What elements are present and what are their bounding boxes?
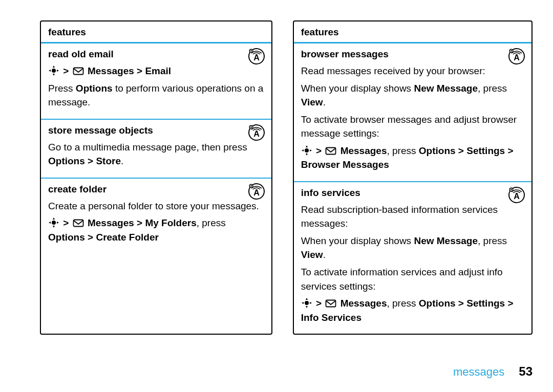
network-icon: A bbox=[248, 48, 265, 65]
t: When your display shows bbox=[301, 83, 414, 94]
section-title: store message objects bbox=[48, 125, 264, 136]
body-text: Press Options to perform various operati… bbox=[48, 81, 264, 110]
network-icon: A bbox=[248, 124, 265, 141]
t: New Message bbox=[414, 235, 478, 246]
svg-marker-36 bbox=[310, 149, 312, 151]
body-text: Read messages received by your browser: bbox=[301, 64, 524, 78]
t: , press bbox=[197, 217, 226, 228]
t: Options > Store bbox=[48, 156, 121, 166]
svg-marker-46 bbox=[302, 302, 304, 304]
svg-rect-37 bbox=[326, 147, 336, 154]
t: Press bbox=[48, 83, 76, 94]
svg-marker-34 bbox=[306, 154, 308, 156]
panel-header: features bbox=[294, 21, 531, 43]
section-store-message-objects: A store message objects Go to a multimed… bbox=[41, 120, 271, 179]
gt: > bbox=[63, 217, 69, 228]
envelope-icon bbox=[73, 67, 84, 76]
body-text: Create a personal folder to store your m… bbox=[48, 199, 264, 213]
body-text: To activate browser messages and adjust … bbox=[301, 113, 524, 141]
nav-path: > Messages, press Options > Settings > B… bbox=[301, 144, 524, 172]
right-features-panel: features A browser messages Read message… bbox=[293, 20, 533, 335]
t: , press bbox=[387, 298, 418, 309]
t: View bbox=[301, 249, 323, 260]
nav-key-icon bbox=[301, 145, 312, 156]
svg-marker-47 bbox=[310, 302, 312, 304]
panel-header: features bbox=[41, 21, 271, 43]
svg-marker-8 bbox=[49, 70, 51, 72]
body-text: Read subscription-based information serv… bbox=[301, 203, 524, 231]
t: Options bbox=[76, 83, 113, 94]
page-number: 53 bbox=[519, 364, 533, 378]
network-icon: A bbox=[248, 183, 265, 200]
gt: > bbox=[316, 298, 322, 309]
t: , press bbox=[387, 145, 418, 156]
svg-rect-26 bbox=[73, 220, 83, 227]
svg-point-32 bbox=[305, 148, 309, 153]
svg-rect-48 bbox=[326, 300, 336, 307]
t: Options > Create Folder bbox=[48, 232, 159, 243]
section-read-old-email: A read old email > Messages > Email Pres… bbox=[41, 43, 271, 120]
section-create-folder: A create folder Create a personal folder… bbox=[41, 179, 271, 254]
svg-text:A: A bbox=[253, 129, 260, 138]
svg-marker-45 bbox=[306, 306, 308, 308]
section-browser-messages: A browser messages Read messages receive… bbox=[294, 43, 531, 182]
svg-marker-33 bbox=[306, 145, 308, 147]
t: New Message bbox=[414, 83, 478, 94]
body-text: When your display shows New Message, pre… bbox=[301, 234, 524, 262]
svg-marker-23 bbox=[53, 226, 55, 228]
svg-point-43 bbox=[305, 301, 309, 305]
gt: > bbox=[63, 66, 69, 76]
nav-key-icon bbox=[48, 217, 59, 228]
gt: > bbox=[316, 145, 322, 156]
svg-text:A: A bbox=[514, 53, 520, 62]
svg-marker-44 bbox=[306, 298, 308, 300]
two-columns: features A read old email > Messages > E… bbox=[0, 0, 553, 335]
t: , press bbox=[478, 83, 507, 94]
body-text: When your display shows New Message, pre… bbox=[301, 81, 524, 110]
nav-path: > Messages > My Folders, press Options >… bbox=[48, 216, 264, 244]
section-title: browser messages bbox=[301, 49, 524, 60]
svg-text:A: A bbox=[514, 192, 520, 201]
t: . bbox=[323, 97, 326, 107]
envelope-icon bbox=[325, 147, 336, 156]
section-title: info services bbox=[301, 187, 524, 199]
t: Messages bbox=[341, 298, 387, 309]
network-icon: A bbox=[508, 186, 525, 204]
svg-marker-6 bbox=[53, 66, 55, 68]
envelope-icon bbox=[325, 299, 336, 309]
svg-rect-10 bbox=[73, 68, 83, 75]
left-features-panel: features A read old email > Messages > E… bbox=[40, 20, 272, 335]
body-text: To activate information services and adj… bbox=[301, 265, 524, 293]
nav-key-icon bbox=[48, 65, 59, 76]
nav-key-icon bbox=[301, 297, 312, 309]
svg-marker-7 bbox=[53, 74, 55, 76]
network-icon: A bbox=[508, 48, 525, 65]
svg-text:A: A bbox=[253, 53, 260, 62]
t: View bbox=[301, 97, 323, 107]
section-title: read old email bbox=[48, 49, 264, 60]
t: Messages > My Folders bbox=[88, 217, 197, 228]
svg-text:A: A bbox=[253, 188, 260, 197]
section-title: create folder bbox=[48, 184, 264, 195]
footer-section-label: messages bbox=[453, 365, 504, 378]
t: , press bbox=[478, 235, 507, 246]
svg-marker-22 bbox=[53, 217, 55, 220]
section-info-services: A info services Read subscription-based … bbox=[294, 182, 531, 334]
page-footer: messages53 bbox=[453, 364, 533, 379]
body-text: Go to a multimedia message page, then pr… bbox=[48, 140, 264, 168]
envelope-icon bbox=[73, 219, 84, 228]
t: Messages bbox=[341, 145, 387, 156]
t: When your display shows bbox=[301, 235, 414, 246]
t: . bbox=[121, 156, 123, 166]
svg-point-5 bbox=[52, 69, 56, 73]
manual-page: features A read old email > Messages > E… bbox=[0, 0, 553, 392]
path-text: Messages > Email bbox=[88, 66, 171, 76]
svg-marker-9 bbox=[57, 70, 59, 72]
nav-path: > Messages > Email bbox=[48, 64, 264, 78]
t: . bbox=[323, 249, 326, 260]
t: Go to a multimedia message page, then pr… bbox=[48, 142, 247, 153]
svg-point-21 bbox=[52, 221, 56, 225]
svg-marker-35 bbox=[302, 149, 304, 151]
nav-path: > Messages, press Options > Settings > I… bbox=[301, 296, 524, 324]
svg-marker-24 bbox=[49, 222, 51, 224]
